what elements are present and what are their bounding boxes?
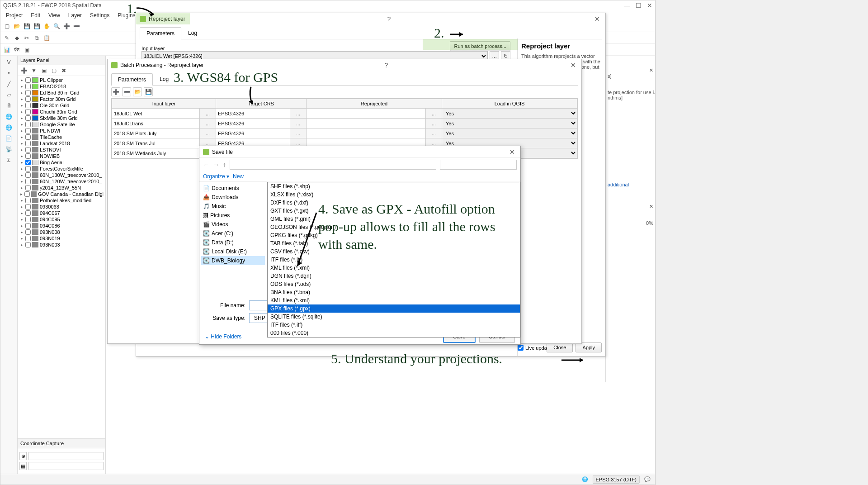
layer-item[interactable]: ▸093N019 <box>19 235 104 242</box>
search-input[interactable] <box>440 160 517 170</box>
add-group-icon[interactable]: ➕ <box>19 66 28 75</box>
folder-tree[interactable]: 📄Documents📥Downloads🎵Music🖼Pictures🎬Vide… <box>199 182 267 295</box>
batch-crs[interactable] <box>216 109 290 118</box>
layer-item[interactable]: ▸094C086 <box>19 223 104 229</box>
paste-icon[interactable]: 📋 <box>42 33 51 43</box>
log-icon[interactable]: 💬 <box>644 476 651 482</box>
batch-rep[interactable] <box>307 109 425 118</box>
batch-input[interactable] <box>112 119 199 128</box>
filetype-option[interactable]: GEOJSON files (*.geojson) <box>268 223 520 231</box>
layer-icon[interactable]: 📊 <box>2 45 11 54</box>
line-icon[interactable]: ╱ <box>4 79 14 89</box>
target-icon[interactable]: ⊕ <box>19 452 27 460</box>
tree-item[interactable]: 💽Data (D:) <box>201 238 265 247</box>
filetype-option[interactable]: ITF files (*.itf) <box>268 256 520 264</box>
layer-item[interactable]: ▸Ole 30m Grid <box>19 102 104 109</box>
wms-icon[interactable]: 🌐 <box>4 112 14 122</box>
filetype-option[interactable]: XLSX files (*.xlsx) <box>268 190 520 199</box>
filetype-option[interactable]: ODS files (*.ods) <box>268 280 520 288</box>
layer-item[interactable]: ▸Ed Bird 30 m Grid <box>19 90 104 96</box>
open-batch-icon[interactable]: 📂 <box>133 87 142 96</box>
menu-project[interactable]: Project <box>2 11 26 19</box>
close-icon[interactable]: ✕ <box>569 62 578 69</box>
edit-icon[interactable]: ✎ <box>2 33 11 43</box>
layer-item[interactable]: ▸TileCache <box>19 134 104 140</box>
coord-input-2[interactable] <box>28 462 104 470</box>
path-bar[interactable] <box>230 160 436 170</box>
tree-item[interactable]: 💽DWB_Biology <box>201 256 265 265</box>
layer-item[interactable]: ▸Factor 30m Grid <box>19 96 104 102</box>
layer-item[interactable]: ▸SixMile 30m Grid <box>19 115 104 121</box>
gps-icon[interactable]: 📡 <box>4 144 14 154</box>
db-icon[interactable]: 🛢 <box>4 101 14 111</box>
layer-item[interactable]: ▸094C095 <box>19 216 104 223</box>
cut-icon[interactable]: ✂ <box>22 33 31 43</box>
filetype-option[interactable]: GXT files (*.gxt) <box>268 207 520 215</box>
minimize-icon[interactable]: — <box>624 2 630 9</box>
run-batch-button[interactable]: Run as batch process... <box>450 41 510 51</box>
batch-input[interactable] <box>112 138 199 148</box>
crs-button[interactable]: ... <box>290 119 306 128</box>
new-icon[interactable]: ▢ <box>2 22 11 31</box>
filetype-option[interactable]: SHP files (*.shp) <box>268 182 520 190</box>
layer-item[interactable]: ▸093N008 <box>19 229 104 235</box>
tree-item[interactable]: 📄Documents <box>201 184 265 193</box>
layer-item[interactable]: ▸LSTNDVI <box>19 147 104 153</box>
save-batch-icon[interactable]: 💾 <box>144 87 153 96</box>
tree-item[interactable]: 🖼Pictures <box>201 211 265 220</box>
add-row-icon[interactable]: ➕ <box>111 87 120 96</box>
maximize-icon[interactable]: ☐ <box>636 2 642 9</box>
grid-icon[interactable]: ▦ <box>19 462 27 470</box>
layer-item[interactable]: ▸NDWIEB <box>19 153 104 159</box>
saveas-icon[interactable]: 💾 <box>32 22 41 31</box>
tab-parameters[interactable]: Parameters <box>140 27 181 39</box>
zoom-icon[interactable]: 🔍 <box>52 22 61 31</box>
raster-icon[interactable]: 🗺 <box>12 45 21 54</box>
tab-log[interactable]: Log <box>153 73 175 85</box>
filetype-option[interactable]: BNA files (*.bna) <box>268 288 520 296</box>
batch-crs[interactable] <box>216 128 290 138</box>
menu-view[interactable]: View <box>45 11 64 19</box>
fwd-icon[interactable]: → <box>213 161 219 168</box>
layer-item[interactable]: ▸093N003 <box>19 242 104 248</box>
tree-item[interactable]: 🎬Videos <box>201 220 265 229</box>
wfs-icon[interactable]: 🌐 <box>4 123 14 133</box>
rp-link[interactable]: additional <box>608 182 653 187</box>
rep-button[interactable]: ... <box>425 109 442 118</box>
layer-item[interactable]: ▸GOV Canada - Canadian Digi <box>19 191 104 197</box>
layer-item[interactable]: ▸y2014_123W_55N <box>19 185 104 191</box>
vector-icon[interactable]: ▣ <box>22 45 31 54</box>
filetype-option[interactable]: GPKG files (*.gpkg) <box>268 231 520 239</box>
save-icon[interactable]: 💾 <box>22 22 31 31</box>
layer-item[interactable]: ▸0930063 <box>19 204 104 210</box>
zoomin-icon[interactable]: ➕ <box>62 22 71 31</box>
collapse-icon[interactable]: ▢ <box>49 66 58 75</box>
menu-settings[interactable]: Settings <box>86 11 113 19</box>
filetype-option[interactable]: TAB files (*.tab) <box>268 239 520 247</box>
zoomout-icon[interactable]: ➖ <box>72 22 81 31</box>
layer-item[interactable]: ▸PotholeLakes_modified <box>19 197 104 204</box>
batch-rep[interactable] <box>307 119 425 128</box>
layer-item[interactable]: ▸PL Clipper <box>19 77 104 83</box>
close-button[interactable]: Close <box>547 342 573 352</box>
batch-load[interactable]: Yes <box>442 128 577 138</box>
file-list[interactable]: SHP files (*.shp)XLSX files (*.xlsx)DXF … <box>267 182 520 295</box>
calc-icon[interactable]: Σ <box>4 155 14 165</box>
layer-item[interactable]: ▸094C067 <box>19 210 104 216</box>
rep-button[interactable]: ... <box>425 119 442 128</box>
layer-item[interactable]: ▸Chuchi 30m Grid <box>19 109 104 115</box>
filetype-option[interactable]: 000 files (*.000) <box>268 329 520 337</box>
back-icon[interactable]: ← <box>203 161 209 168</box>
batch-input[interactable] <box>112 128 199 138</box>
tree-item[interactable]: 🎵Music <box>201 202 265 211</box>
crs-button[interactable]: ... <box>290 109 306 118</box>
layer-item[interactable]: ▸Landsat 2018 <box>19 140 104 147</box>
batch-rep[interactable] <box>307 128 425 138</box>
batch-crs[interactable] <box>216 119 290 128</box>
tab-log[interactable]: Log <box>181 27 204 39</box>
crs-button[interactable]: ... <box>290 128 306 138</box>
pan-icon[interactable]: ✋ <box>42 22 51 31</box>
help-icon[interactable]: ? <box>382 62 390 69</box>
batch-input[interactable] <box>112 148 199 158</box>
browse-button[interactable]: ... <box>199 119 216 128</box>
